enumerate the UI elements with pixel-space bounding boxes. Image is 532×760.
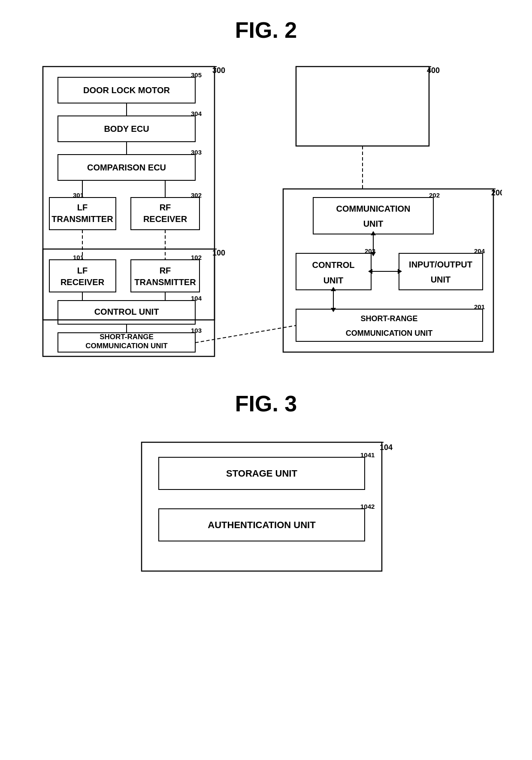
text-short-range-100b: COMMUNICATION UNIT: [85, 342, 168, 350]
label-204: 204: [474, 247, 485, 255]
text-rf-transmitter: RF: [160, 266, 171, 275]
svg-marker-39: [331, 287, 336, 291]
svg-marker-36: [368, 269, 372, 274]
text-io-unit2: UNIT: [431, 275, 451, 284]
fig3-title: FIG. 3: [235, 391, 297, 416]
svg-rect-27: [313, 198, 433, 234]
fig2-svg: 300 305 DOOR LOCK MOTOR 304 BODY ECU 303…: [30, 56, 502, 365]
text-body-ecu: BODY ECU: [104, 124, 149, 134]
text-rf-transmitter2: TRANSMITTER: [134, 277, 196, 287]
text-lf-transmitter: LF: [77, 203, 88, 212]
label-104-fig3: 104: [380, 443, 393, 452]
text-short-range-100: SHORT-RANGE: [100, 333, 154, 341]
svg-rect-22: [296, 67, 429, 146]
label-102: 102: [191, 254, 202, 261]
text-lf-receiver2: RECEIVER: [60, 277, 105, 287]
svg-rect-14: [131, 260, 200, 292]
text-control-unit-200b: UNIT: [323, 276, 344, 285]
text-control-unit-200: CONTROL: [312, 260, 355, 270]
label-200: 200: [491, 188, 502, 197]
label-304: 304: [191, 110, 202, 117]
text-rf-receiver: RF: [160, 203, 171, 212]
fig3-svg: 104 1041 STORAGE UNIT 1042 AUTHENTICATIO…: [116, 429, 416, 580]
svg-rect-29: [399, 253, 483, 290]
svg-line-40: [195, 325, 296, 343]
label-300: 300: [212, 66, 225, 75]
svg-marker-33: [371, 231, 376, 235]
text-rf-receiver2: RECEIVER: [143, 214, 187, 224]
label-201: 201: [474, 303, 485, 310]
label-303: 303: [191, 149, 202, 156]
text-comm-unit2: UNIT: [363, 219, 384, 228]
text-short-range-200b: COMMUNICATION UNIT: [346, 329, 433, 337]
svg-rect-13: [49, 260, 116, 292]
text-auth-unit: AUTHENTICATION UNIT: [208, 520, 316, 530]
text-short-range-200: SHORT-RANGE: [360, 314, 417, 323]
svg-marker-35: [398, 269, 402, 274]
text-lf-transmitter2: TRANSMITTER: [51, 214, 113, 224]
text-lf-receiver: LF: [77, 266, 88, 275]
label-100: 100: [212, 249, 225, 257]
text-comm-unit: COMMUNICATION: [336, 204, 411, 213]
label-302: 302: [191, 192, 202, 199]
label-103: 103: [191, 327, 202, 334]
label-305: 305: [191, 71, 202, 79]
label-400: 400: [427, 66, 440, 75]
svg-rect-25: [283, 189, 493, 352]
svg-rect-41: [142, 442, 382, 571]
text-control-unit-100: CONTROL UNIT: [94, 307, 159, 316]
text-storage-unit: STORAGE UNIT: [226, 468, 297, 479]
label-1041: 1041: [360, 451, 375, 459]
svg-marker-38: [331, 308, 336, 312]
label-104: 104: [191, 295, 202, 302]
text-io-unit: INPUT/OUTPUT: [409, 260, 472, 269]
fig2-title: FIG. 2: [235, 17, 297, 43]
label-1042: 1042: [360, 503, 375, 510]
text-door-lock-motor: DOOR LOCK MOTOR: [83, 85, 170, 95]
text-comparison-ecu: COMPARISON ECU: [87, 163, 166, 172]
label-202: 202: [429, 192, 440, 199]
